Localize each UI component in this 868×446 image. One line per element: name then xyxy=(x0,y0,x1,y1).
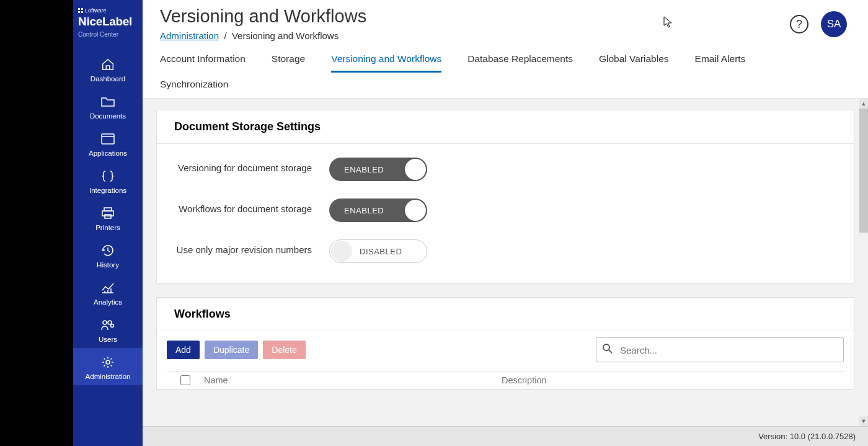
workflows-toolbar: Add Duplicate Delete xyxy=(157,331,854,368)
toggle-workflows[interactable]: ENABLED xyxy=(329,198,427,222)
panel-workflows: Workflows Add Duplicate Delete Name Desc xyxy=(156,297,854,390)
svg-rect-1 xyxy=(81,8,83,10)
sidebar-item-label: Analytics xyxy=(94,298,122,306)
avatar[interactable]: SA xyxy=(821,11,847,37)
setting-label: Use only major revision numbers xyxy=(174,239,329,257)
tab-versioning-workflows[interactable]: Versioning and Workflows xyxy=(331,47,441,73)
users-icon xyxy=(100,317,116,333)
sidebar-item-applications[interactable]: Applications xyxy=(73,125,143,162)
svg-point-13 xyxy=(103,321,107,324)
black-sidebar xyxy=(0,0,73,446)
sidebar-item-label: Integrations xyxy=(89,187,126,194)
help-icon[interactable]: ? xyxy=(790,15,808,33)
workflows-table: Name Description xyxy=(167,371,844,389)
tab-database-replacements[interactable]: Database Replacements xyxy=(467,47,573,73)
toggle-knob xyxy=(331,241,352,262)
sidebar-item-label: Users xyxy=(99,336,117,343)
delete-button[interactable]: Delete xyxy=(263,341,305,359)
setting-label: Versioning for document storage xyxy=(174,158,329,176)
sidebar-item-printers[interactable]: Printers xyxy=(73,199,143,236)
scroll-up-icon[interactable]: ▲ xyxy=(859,99,868,109)
svg-point-17 xyxy=(603,344,609,350)
tabs: Account Information Storage Versioning a… xyxy=(143,43,868,99)
braces-icon xyxy=(100,168,116,184)
tab-storage[interactable]: Storage xyxy=(272,47,305,73)
toggle-state-text: ENABLED xyxy=(344,206,384,215)
toggle-state-text: ENABLED xyxy=(344,165,384,174)
toggle-versioning[interactable]: ENABLED xyxy=(329,158,427,181)
duplicate-button[interactable]: Duplicate xyxy=(205,341,258,359)
sidebar-item-label: Printers xyxy=(95,224,120,231)
logo-sub-text: Control Center xyxy=(78,31,138,38)
svg-point-15 xyxy=(111,324,114,328)
panel-title: Document Storage Settings xyxy=(157,110,854,144)
column-description[interactable]: Description xyxy=(502,375,844,385)
panel-title: Workflows xyxy=(157,298,854,331)
logo: Loftware NiceLabel Control Center xyxy=(73,0,143,42)
sidebar-item-documents[interactable]: Documents xyxy=(73,87,143,125)
footer: Version: 10.0 (21.0.0.7528) xyxy=(143,426,868,446)
version-text: Version: 10.0 (21.0.0.7528) xyxy=(758,432,856,441)
tab-account-information[interactable]: Account Information xyxy=(160,47,246,73)
svg-line-18 xyxy=(609,350,612,353)
setting-row-major-revision: Use only major revision numbers DISABLED xyxy=(174,239,836,263)
scrollbar[interactable]: ▲ ▼ xyxy=(859,99,868,426)
sidebar-item-administration[interactable]: Administration xyxy=(73,348,143,385)
svg-rect-8 xyxy=(105,215,111,218)
sidebar-item-label: Documents xyxy=(90,112,126,120)
svg-rect-2 xyxy=(78,11,80,13)
breadcrumb: Administration / Versioning and Workflow… xyxy=(160,30,790,41)
sidebar-item-label: Applications xyxy=(89,149,127,157)
toggle-major-revision[interactable]: DISABLED xyxy=(329,239,427,263)
main: Versioning and Workflows Administration … xyxy=(143,0,868,446)
tab-synchronization[interactable]: Synchronization xyxy=(160,73,228,98)
search-box[interactable] xyxy=(596,337,844,362)
setting-row-versioning: Versioning for document storage ENABLED xyxy=(174,158,836,181)
svg-rect-4 xyxy=(102,134,114,144)
search-input[interactable] xyxy=(614,341,838,359)
gear-icon xyxy=(100,354,116,370)
svg-rect-0 xyxy=(78,8,80,10)
svg-point-16 xyxy=(106,360,110,364)
setting-row-workflows: Workflows for document storage ENABLED xyxy=(174,198,836,222)
logo-top: Loftware xyxy=(78,7,138,14)
history-icon xyxy=(100,243,116,259)
scroll-thumb[interactable] xyxy=(859,109,868,233)
add-button[interactable]: Add xyxy=(167,341,200,359)
setting-label: Workflows for document storage xyxy=(174,198,329,216)
nav: Dashboard Documents Applications Integra… xyxy=(73,50,143,385)
sidebar: Loftware NiceLabel Control Center Dashbo… xyxy=(73,0,143,446)
breadcrumb-root-link[interactable]: Administration xyxy=(160,30,219,41)
chart-icon xyxy=(100,280,116,296)
sidebar-item-users[interactable]: Users xyxy=(73,311,143,348)
content: Document Storage Settings Versioning for… xyxy=(143,99,868,426)
sidebar-item-dashboard[interactable]: Dashboard xyxy=(73,50,143,87)
sidebar-item-label: Administration xyxy=(86,373,131,380)
table-header: Name Description xyxy=(167,372,844,389)
sidebar-item-analytics[interactable]: Analytics xyxy=(73,274,143,311)
breadcrumb-sep: / xyxy=(221,30,232,41)
scroll-down-icon[interactable]: ▼ xyxy=(859,416,868,426)
panel-document-storage-settings: Document Storage Settings Versioning for… xyxy=(156,110,854,283)
window-icon xyxy=(100,131,116,147)
svg-point-14 xyxy=(108,321,112,324)
folder-icon xyxy=(100,94,116,110)
select-all-checkbox[interactable] xyxy=(180,375,190,385)
svg-rect-7 xyxy=(102,211,113,216)
toggle-knob xyxy=(405,159,426,180)
column-name[interactable]: Name xyxy=(204,375,502,385)
sidebar-item-integrations[interactable]: Integrations xyxy=(73,162,143,199)
printer-icon xyxy=(100,205,116,221)
sidebar-item-label: Dashboard xyxy=(91,75,125,83)
breadcrumb-current: Versioning and Workflows xyxy=(232,30,339,41)
header: Versioning and Workflows Administration … xyxy=(143,0,868,43)
logo-main-text: NiceLabel xyxy=(78,15,138,29)
home-icon xyxy=(100,56,116,73)
page-title: Versioning and Workflows xyxy=(160,6,790,27)
search-icon xyxy=(601,342,614,357)
logo-mark-icon xyxy=(78,8,83,13)
tab-email-alerts[interactable]: Email Alerts xyxy=(695,47,746,73)
sidebar-item-history[interactable]: History xyxy=(73,236,143,274)
sidebar-item-label: History xyxy=(97,261,119,269)
tab-global-variables[interactable]: Global Variables xyxy=(599,47,669,73)
